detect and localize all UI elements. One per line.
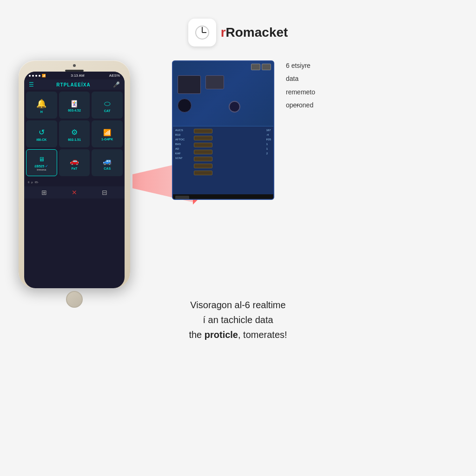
brand-r: r <box>221 25 226 40</box>
action-close-btn[interactable]: ✕ <box>72 189 77 196</box>
connector-7 <box>194 171 212 175</box>
circuit-rlabel-f05: F05 <box>266 138 271 141</box>
side-line3: rememeto <box>286 87 457 97</box>
status-left: 📶 <box>29 74 46 78</box>
tile-fat-label: FaT <box>72 167 77 170</box>
status-signal: AES% <box>109 73 120 78</box>
tile-eb525-icon: 🖥 <box>39 156 45 163</box>
tile-68ck-icon: ↺ <box>39 128 45 137</box>
circuit-label-aucs: AUCS <box>175 129 185 132</box>
circuit-rlabel-167: 167 <box>266 129 271 132</box>
side-line2: data <box>286 73 457 84</box>
tile-cat-icon: ⬭ <box>104 99 111 108</box>
brand-name-text: Romacket <box>226 25 288 40</box>
side-line4-prefix: op <box>286 101 293 109</box>
tile-603-icon: 🃏 <box>70 100 78 107</box>
connector-3 <box>194 143 212 147</box>
connector-5 <box>194 157 212 161</box>
side-line4-suffix: oned <box>299 101 313 109</box>
circuit-rlabel-1: 1 <box>266 143 271 145</box>
action-right-btn[interactable]: ⊟ <box>102 189 107 196</box>
phone-camera <box>73 64 76 67</box>
side-description-text: 6 etsiyre data rememeto operoned <box>286 60 457 111</box>
check-badge: ✓ <box>45 164 48 168</box>
tile-68ck-label: i68-CK <box>36 138 46 141</box>
status-bar: 📶 3:13 AM AES% <box>24 72 125 79</box>
status-dot2 <box>32 75 34 77</box>
circuit-label-aftoc: AFTOC <box>175 138 185 141</box>
tile-h[interactable]: 🔔 H <box>26 92 57 119</box>
tile-g4pk[interactable]: 📶 1-G4PK <box>92 120 123 147</box>
circuit-label-kaf: KAF <box>175 152 185 155</box>
bottom-line2: í an tachicle data <box>189 312 287 327</box>
tile-h-label: H <box>40 110 43 113</box>
bottom-line3-prefix: the <box>189 330 204 340</box>
brand-logo <box>188 19 216 46</box>
tile-fat-icon: 🚗 <box>70 157 79 165</box>
tile-fat[interactable]: 🚗 FaT <box>59 149 90 176</box>
stat-val: 65- <box>35 181 39 184</box>
action-left-btn[interactable]: ⊞ <box>41 189 47 196</box>
phone-container: 📶 3:13 AM AES% ☰ RTPLAEEÍXA 🎤 <box>19 60 130 288</box>
board-and-text: AUCS R10 AFTOC BAS AD KAF 1CN7 <box>172 60 457 200</box>
tile-h-icon: 🔔 <box>36 99 46 109</box>
wifi-icon: 📶 <box>42 74 46 78</box>
right-column: AUCS R10 AFTOC BAS AD KAF 1CN7 <box>172 60 457 200</box>
circuit-inner: AUCS R10 AFTOC BAS AD KAF 1CN7 <box>173 61 273 199</box>
tile-cat-label: CAT <box>104 109 111 112</box>
tile-602-icon: ⚙ <box>71 128 78 137</box>
bottom-line3-bold: proticle <box>205 330 238 340</box>
connector-6 <box>194 164 212 168</box>
side-line1: 6 etsiyre <box>286 60 457 71</box>
tile-grid: 🔔 H 🃏 603-4.52 ⬭ CAT ↺ <box>24 90 125 178</box>
tile-eb525-sub: irmona <box>37 168 46 171</box>
connector-1 <box>194 129 212 133</box>
tile-cas-label: CAS <box>104 167 111 170</box>
status-dot3 <box>35 75 37 77</box>
tile-eb525[interactable]: 🖥 £B525 ✓ irmona <box>26 149 57 176</box>
stat-p: p <box>31 181 33 184</box>
tile-68ck[interactable]: ↺ i68-CK <box>26 120 57 147</box>
circuit-bottom: AUCS R10 AFTOC BAS AD KAF 1CN7 <box>173 126 273 200</box>
connector-2 <box>194 136 212 140</box>
tile-g4pk-icon: 📶 <box>103 129 111 136</box>
phone-app-title: RTPLAEEÍXA <box>56 82 90 87</box>
tile-eb525-label: £B525 <box>35 165 45 168</box>
phone-navbar: ☰ RTPLAEEÍXA 🎤 <box>24 79 125 90</box>
bottom-stats: 6 p 65- <box>28 180 121 185</box>
tile-cat[interactable]: ⬭ CAT <box>92 92 123 119</box>
connector-4 <box>194 150 212 154</box>
circuit-board: AUCS R10 AFTOC BAS AD KAF 1CN7 <box>172 60 274 200</box>
brand-name: rrRomacket <box>221 25 288 40</box>
circuit-label-1cn7: 1CN7 <box>175 157 185 159</box>
tile-g4pk-label: 1-G4PK <box>101 138 113 141</box>
tile-cas[interactable]: 🚙 CAS <box>92 149 123 176</box>
hamburger-icon[interactable]: ☰ <box>29 81 34 88</box>
tile-cas-icon: 🚙 <box>103 157 112 165</box>
status-dot1 <box>29 75 31 77</box>
phone-screen: 📶 3:13 AM AES% ☰ RTPLAEEÍXA 🎤 <box>24 72 125 288</box>
circuit-rlabel-1b: 1 <box>266 147 271 150</box>
stat-b: 6 <box>28 181 29 184</box>
tile-602[interactable]: ⚙ 602-1.51 <box>59 120 90 147</box>
main-container: rrRomacket � <box>0 0 476 476</box>
circuit-rlabel-4: -4 <box>266 133 271 136</box>
tile-603-label: 603-4.52 <box>68 109 81 112</box>
bottom-line3: the proticle, tomerates! <box>189 327 287 342</box>
bottom-line3-suffix: , tomerates! <box>238 330 287 340</box>
content-row: 📶 3:13 AM AES% ☰ RTPLAEEÍXA 🎤 <box>0 60 476 288</box>
phone-home-button[interactable] <box>66 291 83 308</box>
tile-603[interactable]: 🃏 603-4.52 <box>59 92 90 119</box>
mic-icon[interactable]: 🎤 <box>113 81 120 88</box>
circuit-label-bas: BAS <box>175 143 185 145</box>
bottom-description: Visoragon al-6 realtime í an tachicle da… <box>189 298 287 342</box>
bottom-line1: Visoragon al-6 realtime <box>189 298 287 312</box>
circuit-rlabel-2: 2 <box>266 152 271 155</box>
phone-bottom-stats: 6 p 65- <box>24 178 125 186</box>
circuit-label-ad: AD <box>175 147 185 150</box>
tile-602-label: 602-1.51 <box>68 138 81 141</box>
circuit-top <box>173 61 273 126</box>
side-line4: operoned <box>286 100 457 110</box>
phone: 📶 3:13 AM AES% ☰ RTPLAEEÍXA 🎤 <box>19 60 130 288</box>
phone-action-bar: ⊞ ✕ ⊟ <box>24 186 125 198</box>
